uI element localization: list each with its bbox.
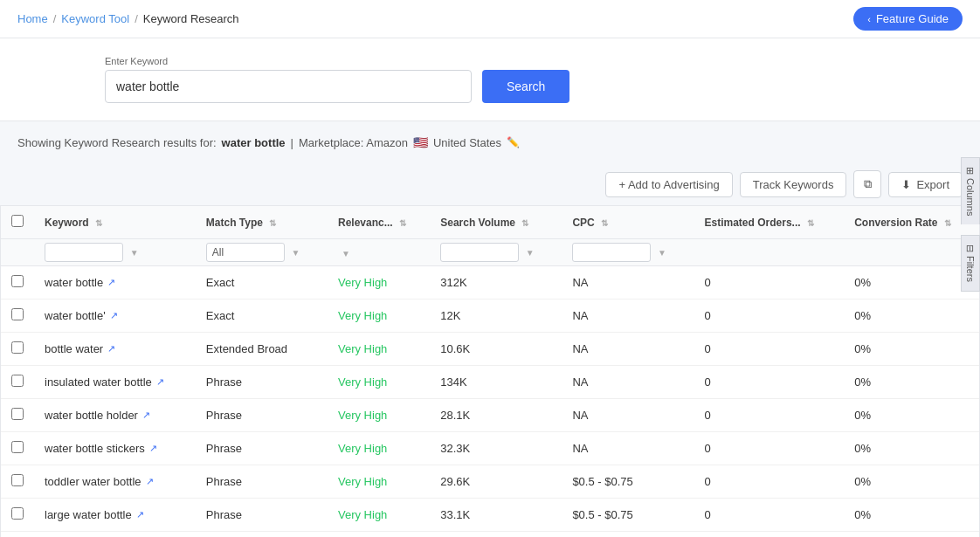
- filters-tab[interactable]: ⊟ Filters: [961, 235, 980, 292]
- table-row: large water bottle ↗ Phrase Very High 33…: [1, 499, 979, 532]
- flag-icon: 🇺🇸: [413, 135, 428, 149]
- results-info: Showing Keyword Research results for: wa…: [0, 121, 980, 163]
- row-checkbox-0[interactable]: [11, 275, 24, 287]
- filter-match-icon: ▼: [291, 248, 300, 258]
- edit-icon[interactable]: ✏️: [507, 136, 520, 148]
- row-checkbox-4[interactable]: [11, 408, 24, 420]
- download-icon: ⬇: [901, 178, 911, 191]
- keywords-table: Keyword ⇅ Match Type ⇅ Relevanc... ⇅ Sea…: [1, 206, 979, 537]
- select-all-checkbox[interactable]: [11, 215, 24, 227]
- filter-volume-input[interactable]: [440, 243, 519, 262]
- col-search-volume[interactable]: Search Volume ⇅: [430, 206, 562, 239]
- breadcrumb-keyword-tool[interactable]: Keyword Tool: [61, 12, 129, 25]
- table-row: water bottle stickers ↗ Phrase Very High…: [1, 432, 979, 465]
- keyword-cell-1: water bottle' ↗: [45, 309, 185, 322]
- search-button[interactable]: Search: [482, 70, 569, 103]
- copy-icon: ⧉: [864, 177, 872, 191]
- filter-match-type-select[interactable]: All Exact Phrase Extended Broad: [206, 243, 285, 262]
- table-row: water bottle' ↗ Exact Very High 12K NA 0…: [1, 299, 979, 333]
- sort-keyword-icon: ⇅: [95, 218, 102, 228]
- sort-orders-icon: ⇅: [807, 218, 814, 228]
- keyword-cell-6: toddler water bottle ↗: [45, 475, 185, 488]
- col-match-type[interactable]: Match Type ⇅: [196, 206, 328, 239]
- external-link-icon[interactable]: ↗: [110, 310, 118, 321]
- toolbar: + Add to Advertising Track Keywords ⧉ ⬇ …: [0, 163, 980, 205]
- table-header-row: Keyword ⇅ Match Type ⇅ Relevanc... ⇅ Sea…: [1, 206, 979, 239]
- filter-cpc-input[interactable]: [572, 243, 651, 262]
- col-keyword[interactable]: Keyword ⇅: [34, 206, 196, 239]
- filter-keyword-icon: ▼: [130, 248, 139, 258]
- keyword-cell-0: water bottle ↗: [45, 276, 185, 289]
- filter-row: ▼ All Exact Phrase Extended Broad ▼ ▼: [1, 239, 979, 266]
- external-link-icon[interactable]: ↗: [136, 509, 144, 520]
- col-estimated-orders[interactable]: Estimated Orders... ⇅: [694, 206, 845, 239]
- external-link-icon[interactable]: ↗: [149, 443, 157, 454]
- add-advertising-button[interactable]: + Add to Advertising: [605, 172, 732, 197]
- search-label: Enter Keyword: [105, 56, 875, 66]
- row-checkbox-5[interactable]: [11, 441, 24, 453]
- table-container: Keyword ⇅ Match Type ⇅ Relevanc... ⇅ Sea…: [0, 205, 980, 537]
- external-link-icon[interactable]: ↗: [107, 343, 115, 355]
- chevron-left-icon: ‹: [867, 14, 871, 24]
- filter-side-icon: ⊟: [965, 244, 977, 252]
- export-button[interactable]: ⬇ Export: [888, 172, 963, 197]
- table-scroll[interactable]: Keyword ⇅ Match Type ⇅ Relevanc... ⇅ Sea…: [1, 206, 979, 537]
- row-checkbox-3[interactable]: [11, 375, 24, 387]
- results-keyword: water bottle: [222, 136, 286, 149]
- sort-conversion-icon: ⇅: [944, 218, 951, 228]
- search-row: Search: [105, 70, 875, 103]
- row-checkbox-6[interactable]: [11, 474, 24, 486]
- copy-button[interactable]: ⧉: [853, 170, 881, 198]
- external-link-icon[interactable]: ↗: [156, 376, 164, 388]
- sort-match-icon: ⇅: [269, 218, 276, 228]
- table-row: insulated water bottle ↗ Phrase Very Hig…: [1, 366, 979, 399]
- breadcrumb-current: Keyword Research: [143, 12, 239, 25]
- keyword-cell-5: water bottle stickers ↗: [45, 442, 185, 455]
- top-nav: Home / Keyword Tool / Keyword Research ‹…: [0, 0, 980, 38]
- table-row: water bottle holder ↗ Phrase Very High 2…: [1, 399, 979, 432]
- track-keywords-button[interactable]: Track Keywords: [740, 172, 847, 197]
- columns-tab[interactable]: ⊞ Columns: [961, 157, 980, 224]
- external-link-icon[interactable]: ↗: [146, 476, 154, 487]
- filter-cpc-icon: ▼: [658, 248, 666, 258]
- side-panel: ⊞ Columns ⊟ Filters: [961, 157, 980, 292]
- keyword-cell-4: water bottle holder ↗: [45, 409, 185, 422]
- search-input[interactable]: [105, 70, 472, 103]
- sort-relevance-icon: ⇅: [399, 218, 406, 228]
- select-all-header: [1, 206, 34, 239]
- table-row: water bottle ↗ Exact Very High 312K NA 0…: [1, 266, 979, 299]
- row-checkbox-2[interactable]: [11, 341, 24, 354]
- filter-keyword-input[interactable]: [45, 243, 123, 262]
- keyword-cell-2: bottle water ↗: [45, 342, 185, 355]
- col-cpc[interactable]: CPC ⇅: [562, 206, 694, 239]
- columns-icon: ⊞: [965, 167, 977, 175]
- row-checkbox-1[interactable]: [11, 308, 24, 320]
- table-row: gallon water bottle ↗ Phrase Very High 1…: [1, 532, 979, 538]
- feature-guide-button[interactable]: ‹ Feature Guide: [853, 7, 963, 31]
- keyword-cell-3: insulated water bottle ↗: [45, 375, 185, 389]
- row-checkbox-7[interactable]: [11, 507, 24, 520]
- external-link-icon[interactable]: ↗: [142, 410, 150, 421]
- sort-cpc-icon: ⇅: [601, 218, 608, 228]
- filter-relevance-icon: ▼: [342, 249, 350, 258]
- table-row: bottle water ↗ Extended Broad Very High …: [1, 333, 979, 366]
- filter-volume-icon: ▼: [526, 248, 535, 258]
- breadcrumb: Home / Keyword Tool / Keyword Research: [17, 12, 239, 25]
- col-relevance[interactable]: Relevanc... ⇅: [328, 206, 430, 239]
- search-area: Enter Keyword Search: [0, 38, 980, 121]
- col-conversion-rate[interactable]: Conversion Rate ⇅: [844, 206, 979, 239]
- breadcrumb-home[interactable]: Home: [17, 12, 48, 25]
- keyword-cell-7: large water bottle ↗: [45, 508, 185, 521]
- external-link-icon[interactable]: ↗: [107, 277, 115, 288]
- table-row: toddler water bottle ↗ Phrase Very High …: [1, 465, 979, 499]
- table-body: water bottle ↗ Exact Very High 312K NA 0…: [1, 266, 979, 538]
- sort-volume-icon: ⇅: [521, 218, 528, 228]
